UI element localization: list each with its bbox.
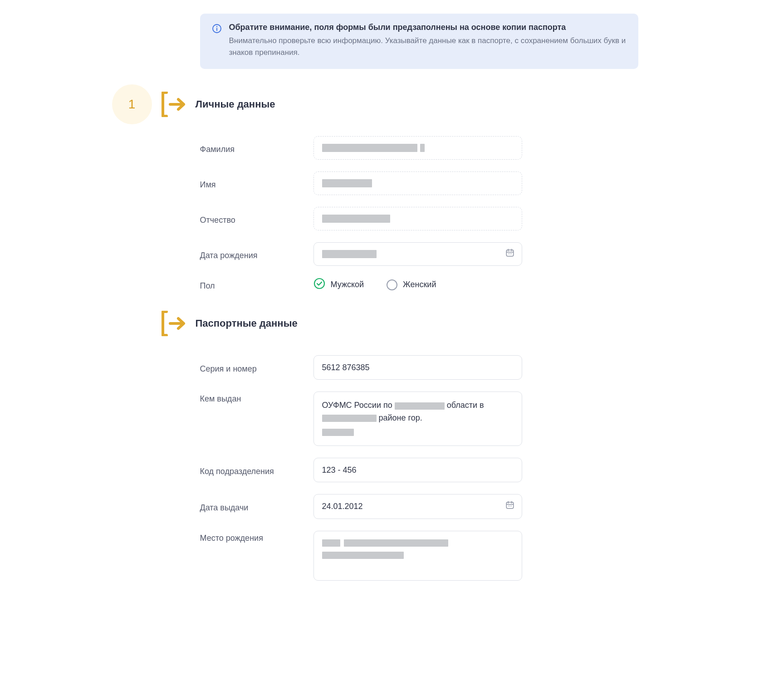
redacted-bar [344,539,448,547]
series-number-input[interactable] [313,355,522,380]
gender-female-label: Женский [403,280,436,289]
step-spacer [112,303,152,343]
svg-point-7 [314,279,324,289]
step-badge: 1 [112,84,152,124]
gender-male-label: Мужской [331,280,364,289]
gender-radio-group: Мужской Женский [313,278,522,292]
bracket-arrow-icon [160,311,187,336]
birthplace-input[interactable] [313,531,522,581]
dept-code-input[interactable] [313,458,522,482]
svg-point-1 [216,26,217,27]
name-input[interactable] [313,171,522,195]
label-birthplace: Место рождения [200,531,304,543]
label-issued-by: Кем выдан [200,392,304,404]
issued-by-text-1: ОУФМС России по [322,401,395,410]
label-birthdate: Дата рождения [200,248,304,260]
gender-male-radio[interactable]: Мужской [313,278,364,292]
info-box: Обратите внимание, поля формы были предз… [200,14,638,69]
patronymic-input[interactable] [313,207,522,230]
redacted-bar [322,250,377,258]
info-circle-icon [212,24,222,58]
issued-by-text-3: районе гор. [377,413,422,422]
label-name: Имя [200,177,304,190]
radio-empty-icon [387,279,397,290]
redacted-bar [322,179,372,187]
redacted-bar [420,144,425,152]
redacted-bar [322,415,377,422]
redacted-bar [322,215,390,223]
section-title-passport: Паспортные данные [196,318,298,329]
birthdate-input[interactable] [313,242,522,266]
redacted-bar [395,402,445,410]
redacted-bar [322,539,340,547]
issued-by-input[interactable]: ОУФМС России по области в районе гор. [313,392,522,446]
label-gender: Пол [200,279,304,291]
issue-date-input[interactable] [313,494,522,519]
redacted-bar [322,144,417,152]
redacted-bar [322,429,354,436]
section-head-passport: Паспортные данные [112,303,638,343]
section-title-personal: Личные данные [196,98,275,110]
section-head-personal: 1 Личные данные [112,84,638,124]
check-circle-icon [313,278,325,292]
label-surname: Фамилия [200,142,304,154]
surname-input[interactable] [313,136,522,160]
redacted-bar [322,552,404,559]
issued-by-text-2: области в [445,401,484,410]
svg-rect-2 [216,28,217,31]
label-series-number: Серия и номер [200,362,304,374]
info-title: Обратите внимание, поля формы были предз… [229,23,627,32]
gender-female-radio[interactable]: Женский [387,279,436,290]
info-body: Внимательно проверьте всю информацию. Ук… [229,35,627,58]
bracket-arrow-icon [160,92,187,117]
label-dept-code: Код подразделения [200,464,304,476]
label-patronymic: Отчество [200,213,304,225]
label-issue-date: Дата выдачи [200,500,304,513]
